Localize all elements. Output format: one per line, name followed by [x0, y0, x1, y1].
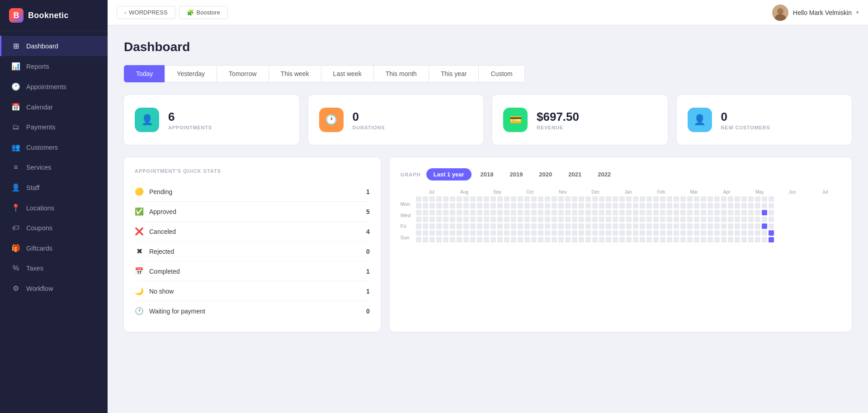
heatmap-cell [694, 223, 699, 229]
sidebar-item-services[interactable]: ≡ Services [0, 157, 108, 177]
heatmap-col [511, 196, 516, 242]
heatmap-cell [592, 196, 598, 202]
heatmap-cell [579, 223, 584, 229]
graph-tab-2019[interactable]: 2019 [502, 168, 530, 180]
heatmap-cell [558, 210, 564, 215]
heatmap-col [416, 196, 421, 242]
time-tab-custom[interactable]: Custom [478, 65, 524, 82]
heatmap-cell [436, 230, 442, 236]
heatmap-cell [524, 230, 530, 236]
sidebar-item-reports[interactable]: 📊 Reports [0, 56, 108, 76]
sidebar-item-taxes[interactable]: % Taxes [0, 258, 108, 278]
user-area[interactable]: Hello Mark Velmiskin ▾ [772, 5, 859, 21]
heatmap-cell [484, 237, 489, 242]
time-tab-this-month[interactable]: This month [373, 65, 429, 82]
sidebar-item-calendar[interactable]: 📅 Calendar [0, 97, 108, 117]
nav-label-locations: Locations [26, 204, 54, 212]
heatmap-cell [477, 196, 482, 202]
heatmap-cell [626, 210, 632, 215]
stat-icon-0: 👤 [135, 108, 159, 132]
graph-tab-2021[interactable]: 2021 [561, 168, 589, 180]
services-icon: ≡ [11, 163, 20, 171]
topbar-tab-wordpress[interactable]: ‹ WORDPRESS [117, 6, 175, 19]
time-tab-today[interactable]: Today [124, 65, 165, 82]
heatmap-cell [694, 237, 699, 242]
graph-card: GRAPH Last 1 year20182019202020212022 Mo… [390, 157, 852, 332]
graph-tab-2018[interactable]: 2018 [473, 168, 501, 180]
heatmap-cell [450, 203, 455, 209]
heatmap-cell [714, 237, 720, 242]
heatmap-cell [646, 196, 652, 202]
heatmap-col [545, 196, 550, 242]
time-tab-last-week[interactable]: Last week [321, 65, 373, 82]
heatmap-cell [531, 217, 537, 222]
heatmap-cell [708, 196, 713, 202]
heatmap-cell [653, 217, 659, 222]
heatmap-col [484, 196, 489, 242]
heatmap-cell [728, 203, 733, 209]
graph-tab-last-1-year[interactable]: Last 1 year [426, 168, 472, 180]
nav-label-appointments: Appointments [26, 83, 66, 90]
heatmap-cell [735, 210, 740, 215]
time-tab-tomorrow[interactable]: Tomorrow [217, 65, 268, 82]
nav-label-giftcards: Giftcards [26, 245, 52, 252]
heatmap-cell [585, 230, 591, 236]
graph-tab-2020[interactable]: 2020 [532, 168, 559, 180]
heatmap-cell [545, 217, 550, 222]
stat-card-durations: 🕐 0 DURATIONS [308, 95, 484, 145]
month-label: Sep [481, 190, 513, 195]
time-tab-this-year[interactable]: This year [429, 65, 479, 82]
heatmap-cell [511, 210, 516, 215]
sidebar-item-workflow[interactable]: ⚙ Workflow [0, 278, 108, 299]
heatmap-col [619, 196, 625, 242]
heatmap-cell [674, 230, 679, 236]
heatmap-cell [572, 237, 577, 242]
sidebar-nav: ⊞ Dashboard📊 Reports🕐 Appointments📅 Cale… [0, 31, 108, 413]
quick-stat-no-show: 🌙 No show 1 [135, 281, 370, 301]
heatmap-cell [674, 196, 679, 202]
sidebar-item-payments[interactable]: 🗂 Payments [0, 117, 108, 137]
heatmap-cell [687, 196, 693, 202]
heatmap-cell [646, 230, 652, 236]
heatmap-cell [504, 196, 509, 202]
heatmap-cell [640, 203, 645, 209]
heatmap-cell [579, 237, 584, 242]
time-tab-yesterday[interactable]: Yesterday [165, 65, 217, 82]
heatmap-cell [728, 237, 733, 242]
heatmap-cell [457, 217, 462, 222]
heatmap-cell [511, 230, 516, 236]
sidebar-item-locations[interactable]: 📍 Locations [0, 198, 108, 218]
heatmap-cell [585, 237, 591, 242]
sidebar-item-dashboard[interactable]: ⊞ Dashboard [0, 36, 108, 56]
sidebar-item-coupons[interactable]: 🏷 Coupons [0, 218, 108, 238]
heatmap-cell [491, 203, 496, 209]
heatmap-cell [769, 237, 774, 242]
heatmap-cell [633, 203, 638, 209]
stat-icon-1: 🕐 [319, 108, 344, 132]
heatmap-cell [416, 237, 421, 242]
heatmap-cell [667, 196, 672, 202]
heatmap-cell [721, 203, 726, 209]
quick-stat-icon: 🌙 [135, 287, 144, 295]
heatmap-cell [450, 217, 455, 222]
heatmap-cell [599, 203, 604, 209]
time-tab-this-week[interactable]: This week [269, 65, 321, 82]
heatmap-cell [694, 203, 699, 209]
chevron-down-icon: ▾ [856, 9, 859, 15]
heatmap-cell [680, 237, 686, 242]
sidebar-item-customers[interactable]: 👥 Customers [0, 137, 108, 157]
stats-row: 👤 6 APPOINTMENTS 🕐 0 DURATIONS 💳 $697.50… [124, 95, 852, 145]
sidebar-item-appointments[interactable]: 🕐 Appointments [0, 76, 108, 97]
quick-stat-count: 4 [366, 228, 370, 235]
topbar-tab-boostore[interactable]: 🧩 Boostore [179, 6, 228, 19]
sidebar-item-staff[interactable]: 👤 Staff [0, 177, 108, 198]
heatmap-cell [735, 223, 740, 229]
graph-tab-2022[interactable]: 2022 [590, 168, 618, 180]
heatmap-col [762, 196, 767, 242]
heatmap-cell [680, 196, 686, 202]
heatmap-col [552, 196, 557, 242]
sidebar-item-giftcards[interactable]: 🎁 Giftcards [0, 238, 108, 258]
heatmap-cell [755, 217, 760, 222]
heatmap-cell [545, 230, 550, 236]
heatmap-cell [653, 230, 659, 236]
